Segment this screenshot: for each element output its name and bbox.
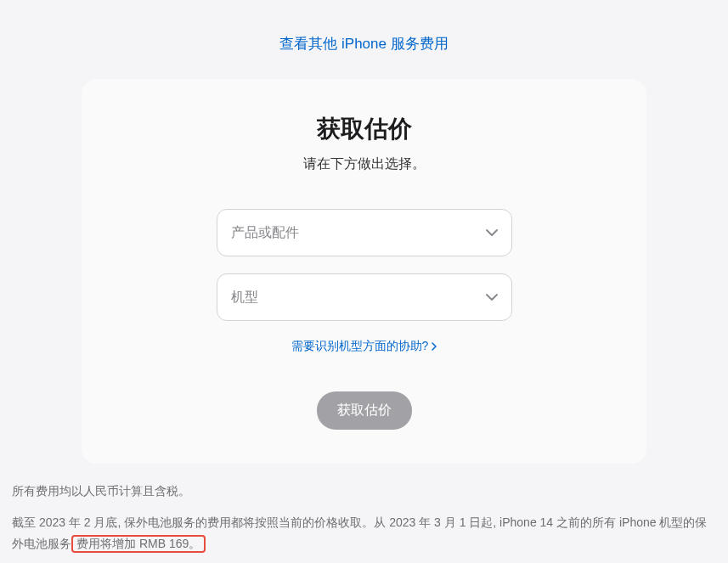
- model-select-wrapper: 机型: [217, 273, 512, 321]
- top-link-container: 查看其他 iPhone 服务费用: [0, 0, 728, 79]
- get-estimate-button[interactable]: 获取估价: [317, 391, 412, 430]
- price-increase-highlight: 费用将增加 RMB 169。: [71, 535, 206, 553]
- model-select-label: 机型: [231, 289, 258, 307]
- product-select[interactable]: 产品或配件: [217, 209, 512, 256]
- footer-text: 所有费用均以人民币计算且含税。 截至 2023 年 2 月底, 保外电池服务的费…: [12, 481, 717, 555]
- identify-model-help-link[interactable]: 需要识别机型方面的协助?: [291, 339, 437, 354]
- help-link-container: 需要识别机型方面的协助?: [116, 338, 612, 354]
- chevron-down-icon: [486, 229, 498, 236]
- product-select-wrapper: 产品或配件: [217, 209, 512, 256]
- footer-line-2: 截至 2023 年 2 月底, 保外电池服务的费用都将按照当前的价格收取。从 2…: [12, 512, 717, 555]
- estimate-card: 获取估价 请在下方做出选择。 产品或配件 机型 需要识别机型方面的协助? 获取估…: [82, 79, 646, 464]
- card-title: 获取估价: [116, 113, 612, 145]
- help-link-label: 需要识别机型方面的协助?: [291, 339, 429, 354]
- chevron-down-icon: [486, 294, 498, 301]
- product-select-label: 产品或配件: [231, 224, 299, 242]
- card-subtitle: 请在下方做出选择。: [116, 155, 612, 173]
- other-services-link[interactable]: 查看其他 iPhone 服务费用: [279, 36, 448, 52]
- chevron-right-icon: [432, 340, 437, 353]
- footer-line-1: 所有费用均以人民币计算且含税。: [12, 481, 717, 502]
- model-select[interactable]: 机型: [217, 273, 512, 321]
